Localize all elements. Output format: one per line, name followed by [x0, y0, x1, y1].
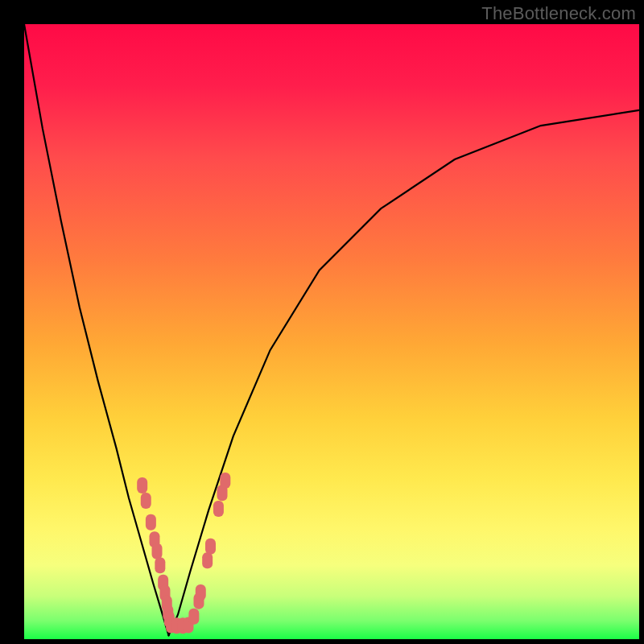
data-marker: [193, 593, 204, 609]
data-marker: [202, 552, 213, 568]
data-marker: [141, 493, 151, 509]
data-marker: [220, 473, 230, 489]
data-marker: [183, 617, 193, 633]
marker-group: [137, 473, 230, 634]
data-marker: [178, 617, 188, 634]
data-marker: [213, 501, 224, 517]
curve-left-branch: [24, 24, 169, 635]
watermark-text: TheBottleneck.com: [481, 3, 636, 24]
data-marker: [196, 584, 206, 601]
data-marker: [205, 539, 216, 555]
data-marker: [163, 605, 173, 621]
data-marker: [171, 617, 182, 634]
data-marker: [166, 617, 176, 633]
curve-svg: [24, 24, 639, 639]
data-marker: [155, 557, 165, 573]
data-marker: [159, 585, 170, 601]
data-marker: [146, 514, 156, 530]
data-marker: [158, 575, 168, 591]
data-marker: [137, 477, 147, 493]
curve-right-branch: [169, 110, 639, 635]
data-marker: [162, 596, 172, 612]
data-marker: [217, 485, 228, 501]
data-marker: [152, 543, 163, 559]
plot-area: [24, 24, 639, 639]
data-marker: [164, 612, 175, 628]
chart-frame: TheBottleneck.com: [0, 0, 644, 644]
data-marker: [188, 609, 199, 625]
data-marker: [149, 531, 159, 547]
